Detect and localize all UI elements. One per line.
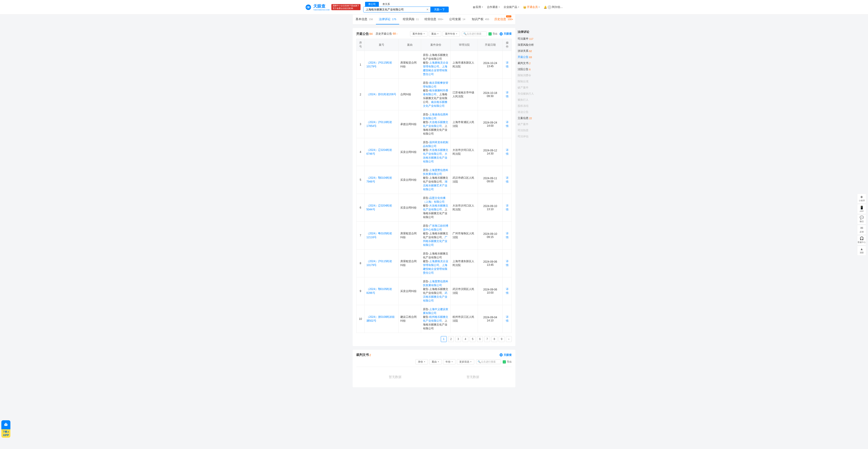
detail-link[interactable]: 详情	[506, 232, 508, 239]
case-number-link[interactable]: （2024）粤0105民初12116号	[366, 232, 392, 239]
category-tab[interactable]: 经营信息 999+	[423, 14, 446, 24]
export-button[interactable]: ↓ 导出	[489, 32, 498, 35]
filter-dropdown[interactable]: 身份 ▼	[415, 359, 428, 364]
header-nav-item[interactable]: 👑 开通会员 ▼	[523, 5, 540, 9]
detail-link[interactable]: 详情	[506, 260, 508, 267]
logo-icon	[305, 4, 311, 10]
sidebar-anchor-item: 司法拍卖	[518, 127, 547, 133]
logo-subtext: TIANYANCHA.COM	[313, 9, 330, 11]
sidebar-anchor-item[interactable]: 开庭公告83	[518, 54, 547, 60]
filter-dropdown[interactable]: 更多筛选 ▼	[457, 359, 474, 364]
category-tab[interactable]: 法律诉讼 175	[376, 14, 399, 24]
sidebar-anchor-item[interactable]: 深度风险分析	[518, 42, 547, 48]
utility-button[interactable]: ✉反馈	[857, 225, 866, 235]
case-number-link[interactable]: （2024）浙0108民诉前调502号	[366, 315, 395, 322]
detail-link[interactable]: 详情	[506, 148, 508, 155]
search-input[interactable]	[364, 7, 425, 12]
filter-dropdown[interactable]: 案由 ▼	[429, 359, 442, 364]
page-button[interactable]: 1	[441, 336, 447, 342]
sidebar-anchor-item: 限制消费令	[518, 72, 547, 79]
sidebar-anchor-item[interactable]: 立案信息22	[518, 115, 547, 121]
search-tab[interactable]: 查公司	[365, 2, 379, 6]
category-tab[interactable]: 知识产权 455	[469, 14, 492, 24]
case-parties: 原告-上海格乐丽雅文化产业有限公司被告-上海麦格灵企业管理有限公司、上海建悦铭企…	[421, 51, 451, 79]
case-parties: 原告-南京宗航餐饮管理有限公司被告-格乐丽雅时尚香港有限公司、上海格乐丽雅文化产…	[421, 79, 451, 110]
search-mode-tabs: 查公司查关系	[365, 2, 449, 6]
utility-button[interactable]: 🎧客服中心	[857, 235, 866, 245]
header-nav-item[interactable]: 企业级产品 ▼	[504, 5, 520, 9]
table-search-input[interactable]: 🔍 点击进行搜索	[462, 31, 487, 36]
page-button[interactable]: 5	[470, 336, 475, 342]
court-announcement-section: 开庭公告 84 历史开庭公告 68 › 案件身份 ▼案由 ▼案件年份 ▼ 🔍 点…	[352, 28, 515, 346]
court-name: 上海市浦东新区人民法院	[451, 51, 478, 79]
detail-link[interactable]: 详情	[506, 61, 508, 68]
case-number-link[interactable]: （2024）鄂0104民初7948号	[366, 176, 392, 183]
header-nav-item[interactable]: 🔔 阿尔伯…	[544, 5, 563, 9]
case-number-link[interactable]: （2024）沪0115民初10179号	[366, 61, 392, 68]
detail-link[interactable]: 详情	[506, 204, 508, 211]
history-link[interactable]: 历史开庭公告 68 ›	[376, 32, 397, 36]
page-button[interactable]: 2	[448, 336, 454, 342]
court-date: 2024-09-10 09:15	[478, 222, 503, 249]
category-tab[interactable]: 公司发展 14	[445, 14, 469, 24]
avatar-icon	[548, 5, 552, 9]
table-row: 3（2024）沪0118民初17854号承揽合同纠纷原告-上海途燕信息科技有限公…	[356, 110, 512, 138]
detail-link[interactable]: 详情	[506, 176, 508, 183]
clear-icon[interactable]: ✕	[425, 7, 430, 12]
page-button[interactable]: 6	[477, 336, 483, 342]
filter-dropdown[interactable]: 年份 ▼	[443, 359, 456, 364]
next-page-button[interactable]: ›	[506, 336, 512, 342]
logo-area: 天眼查 TIANYANCHA.COM 国家中小企业发展子基金旗下 官方备案企业征…	[305, 3, 361, 11]
page-button[interactable]: 4	[463, 336, 468, 342]
sidebar-anchor-item[interactable]: 法院公告6	[518, 66, 547, 72]
row-index: 9	[356, 277, 365, 305]
sidebar-anchor-item: 失信被执行人	[518, 91, 547, 97]
detail-link[interactable]: 详情	[506, 121, 508, 127]
table-row: 2（2024）苏01民初206号合同纠纷原告-南京宗航餐饮管理有限公司被告-格乐…	[356, 79, 512, 110]
case-number-link[interactable]: （2024）苏01民初206号	[366, 93, 396, 96]
detail-link[interactable]: 详情	[506, 288, 508, 295]
category-tab[interactable]: 历史信息 100+HOT	[492, 14, 515, 24]
search-button[interactable]: 天眼一下	[430, 7, 448, 12]
case-reason: 建设工程合同纠纷	[399, 305, 421, 333]
case-number-link[interactable]: （2024）沪0118民初17854号	[366, 121, 392, 127]
table-header: 案件身份	[421, 39, 451, 51]
page-button[interactable]: 9	[499, 336, 504, 342]
page-button[interactable]: 3	[455, 336, 461, 342]
logo-text: 天眼查	[313, 3, 330, 9]
utility-button[interactable]: ◈小程序	[857, 193, 866, 204]
utility-button[interactable]: 📱APP	[857, 204, 866, 214]
page-button[interactable]: 8	[491, 336, 497, 342]
utility-icon: ◈	[860, 195, 863, 199]
page-button[interactable]: 7	[484, 336, 490, 342]
search-tab[interactable]: 查关系	[379, 2, 393, 6]
utility-button[interactable]: 💬微信	[857, 214, 866, 224]
filter-dropdown[interactable]: 案件年份 ▼	[442, 31, 460, 36]
case-number-link[interactable]: （2024）辽0204民初5044号	[366, 204, 392, 211]
detail-link[interactable]: 详情	[506, 315, 508, 322]
detail-link[interactable]: 详情	[506, 91, 508, 98]
table-search-input[interactable]: 🔍 点击进行搜索	[476, 359, 501, 364]
filter-dropdown[interactable]: 案由 ▼	[429, 31, 441, 36]
case-number-link[interactable]: （2024）辽0204民初6746号	[366, 148, 392, 155]
sidebar-anchor-item[interactable]: 涉诉关系62	[518, 48, 547, 54]
case-number-link[interactable]: （2024）鄂0105民初8286号	[366, 288, 392, 295]
case-number-link[interactable]: （2024）沪0115民初10179号	[366, 260, 392, 267]
header-nav-item[interactable]: 合作通道 ▼	[487, 5, 500, 9]
sidebar-anchor-item[interactable]: 裁判文书2	[518, 60, 547, 66]
header-nav-item[interactable]: ⊞ 应用 ▼	[473, 5, 483, 9]
category-tab[interactable]: 基本信息 156	[352, 14, 376, 24]
chevron-down-icon: ▼	[437, 33, 439, 35]
export-button[interactable]: ↓ 导出	[503, 360, 512, 363]
bell-icon[interactable]: 🔔	[544, 6, 547, 9]
court-name: 上海市青浦区人民法院	[451, 110, 478, 138]
category-tab[interactable]: 经营风险 11	[399, 14, 423, 24]
table-header: 操作	[503, 39, 512, 51]
chevron-down-icon: ▼	[437, 361, 439, 363]
filter-dropdown[interactable]: 案件身份 ▼	[410, 31, 428, 36]
section-count: 2	[369, 353, 371, 357]
utility-button[interactable]: ▲顶部	[857, 246, 866, 256]
case-reason: 房屋租赁合同纠纷	[399, 222, 421, 249]
case-parties: 原告-品慧文化传播（上海）有限公司被告-大连格乐丽雅文化产业有限公司、上海格乐丽…	[421, 194, 451, 222]
sidebar-anchor-item[interactable]: 司法案件117	[518, 36, 547, 42]
